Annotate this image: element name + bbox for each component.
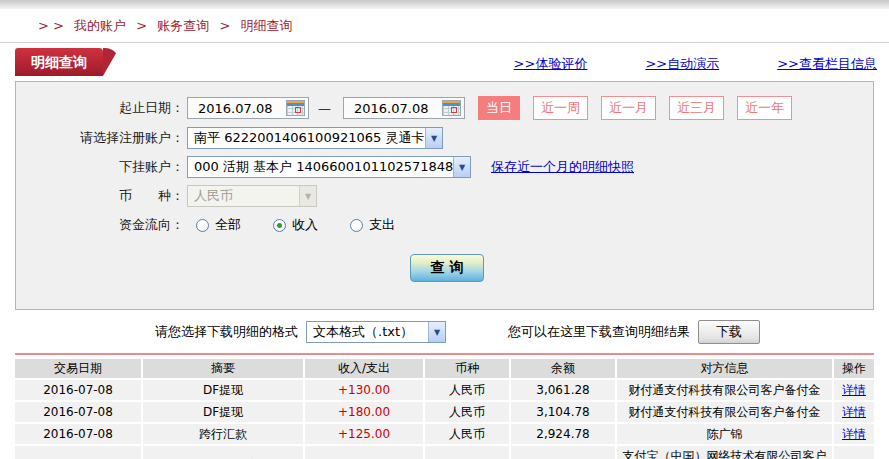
- table-top-divider: [15, 353, 874, 355]
- sub-account-label: 下挂账户：: [16, 158, 184, 176]
- sub-account-value: 000 活期 基本户 1406600101102571848: [188, 158, 453, 176]
- cell-summary: 陈广锦支付宝: [143, 446, 303, 459]
- cell-date: 2016-07-08: [15, 424, 141, 444]
- flow-option-all-label: 全部: [215, 216, 241, 234]
- cell-counterparty: 财付通支付科技有限公司客户备付金: [617, 380, 832, 400]
- detail-link[interactable]: 详情: [842, 383, 866, 397]
- cell-amount: +180.00: [305, 402, 423, 422]
- currency-row: 币 种： 人民币 ▼: [16, 184, 873, 208]
- currency-label: 币 种：: [16, 187, 184, 205]
- cell-date: 2016-07-08: [15, 446, 141, 459]
- link-auto-demo[interactable]: >>自动演示: [645, 55, 719, 73]
- table-row: 2016-07-08 陈广锦支付宝 +1,235.00 人民币 2,799.78…: [15, 446, 874, 459]
- cell-summary: 跨行汇款: [143, 424, 303, 444]
- radio-checked-icon[interactable]: [273, 219, 286, 232]
- cell-counterparty: 财付通支付科技有限公司客户备付金: [617, 402, 832, 422]
- flow-option-all[interactable]: 全部: [196, 216, 241, 234]
- date-to-value: 2016.07.08: [354, 101, 428, 116]
- link-experience-rating[interactable]: >>体验评价: [514, 55, 588, 73]
- cell-summary: DF提现: [143, 402, 303, 422]
- col-header-amount: 收入/支出: [305, 359, 423, 378]
- download-hint: 您可以在这里下载查询明细结果: [508, 323, 690, 341]
- dropdown-arrow-icon: ▼: [453, 157, 470, 177]
- detail-link[interactable]: 详情: [842, 427, 866, 441]
- date-from-value: 2016.07.08: [198, 101, 272, 116]
- registered-account-row: 请选择注册账户： 南平 6222001406100921065 灵通卡 ▼: [16, 126, 873, 150]
- cell-currency: 人民币: [425, 402, 509, 422]
- detail-link[interactable]: 详情: [842, 405, 866, 419]
- registered-account-select[interactable]: 南平 6222001406100921065 灵通卡 ▼: [187, 127, 443, 149]
- date-range-row: 起止日期： 2016.07.08 — 2016.07.08 当日 近一周 近一月…: [16, 95, 873, 121]
- flow-option-income[interactable]: 收入: [273, 216, 318, 234]
- currency-value: 人民币: [188, 187, 299, 205]
- calendar-icon[interactable]: [442, 100, 461, 116]
- table-header-row: 交易日期 摘要 收入/支出 币种 余额 对方信息 操作: [15, 359, 874, 378]
- col-header-currency: 币种: [425, 359, 509, 378]
- dropdown-arrow-icon: ▼: [428, 322, 445, 342]
- cell-currency: 人民币: [425, 424, 509, 444]
- radio-icon[interactable]: [350, 219, 363, 232]
- tab-row: 明细查询 >>体验评价 >>自动演示 >>查看栏目信息: [0, 48, 889, 80]
- date-from-input[interactable]: 2016.07.08: [187, 97, 309, 119]
- quick-range-today-button[interactable]: 当日: [478, 96, 520, 120]
- cell-summary: DF提现: [143, 380, 303, 400]
- cell-balance: 2,799.78: [511, 446, 615, 459]
- cell-amount: +1,235.00: [305, 446, 423, 459]
- date-range-label: 起止日期：: [16, 99, 184, 117]
- radio-icon[interactable]: [196, 219, 209, 232]
- query-form-panel: 起止日期： 2016.07.08 — 2016.07.08 当日 近一周 近一月…: [15, 81, 874, 310]
- registered-account-value: 南平 6222001406100921065 灵通卡: [188, 129, 425, 147]
- quick-range-year-button[interactable]: 近一年: [737, 96, 792, 120]
- breadcrumb-divider: [0, 42, 889, 43]
- sub-account-row: 下挂账户： 000 活期 基本户 1406600101102571848 ▼ 保…: [16, 155, 873, 179]
- flow-option-expense[interactable]: 支出: [350, 216, 395, 234]
- quick-range-quarter-button[interactable]: 近三月: [669, 96, 724, 120]
- date-range-separator: —: [318, 101, 331, 116]
- quick-range-week-button[interactable]: 近一周: [533, 96, 588, 120]
- download-format-label: 请您选择下载明细的格式: [155, 323, 298, 341]
- tab-detail-query[interactable]: 明细查询: [15, 48, 103, 76]
- link-column-info[interactable]: >>查看栏目信息: [777, 55, 877, 73]
- table-row: 2016-07-08 DF提现 +180.00 人民币 3,104.78 财付通…: [15, 402, 874, 422]
- dropdown-arrow-icon: ▼: [299, 186, 316, 206]
- col-header-balance: 余额: [511, 359, 615, 378]
- cell-counterparty: 陈广锦: [617, 424, 832, 444]
- col-header-date: 交易日期: [15, 359, 141, 378]
- fund-flow-label: 资金流向：: [16, 216, 184, 234]
- date-to-input[interactable]: 2016.07.08: [343, 97, 465, 119]
- cell-amount: +125.00: [305, 424, 423, 444]
- breadcrumb-separator: >: [219, 18, 230, 33]
- cell-counterparty: 支付宝（中国）网络技术有限公司客户备付金: [617, 446, 832, 459]
- header-links: >>体验评价 >>自动演示 >>查看栏目信息: [514, 55, 877, 73]
- sub-account-select[interactable]: 000 活期 基本户 1406600101102571848 ▼: [187, 156, 471, 178]
- breadcrumb: > > 我的账户 > 账务查询 > 明细查询: [0, 9, 889, 42]
- calendar-icon[interactable]: [286, 100, 305, 116]
- breadcrumb-item-account-query[interactable]: 账务查询: [157, 18, 209, 33]
- cell-currency: 人民币: [425, 380, 509, 400]
- registered-account-label: 请选择注册账户：: [16, 129, 184, 147]
- col-header-summary: 摘要: [143, 359, 303, 378]
- cell-balance: 2,924.78: [511, 424, 615, 444]
- download-format-value: 文本格式（.txt）: [307, 323, 428, 341]
- save-snapshot-link[interactable]: 保存近一个月的明细快照: [491, 158, 634, 176]
- col-header-counterparty: 对方信息: [617, 359, 832, 378]
- transaction-table: 交易日期 摘要 收入/支出 币种 余额 对方信息 操作 2016-07-08 D…: [13, 357, 876, 459]
- table-row: 2016-07-08 DF提现 +130.00 人民币 3,061.28 财付通…: [15, 380, 874, 400]
- cell-amount: +130.00: [305, 380, 423, 400]
- breadcrumb-item-my-account[interactable]: 我的账户: [74, 18, 126, 33]
- flow-option-expense-label: 支出: [369, 216, 395, 234]
- cell-balance: 3,104.78: [511, 402, 615, 422]
- cell-date: 2016-07-08: [15, 380, 141, 400]
- breadcrumb-item-detail-query[interactable]: 明细查询: [240, 18, 292, 33]
- breadcrumb-separator: >: [136, 18, 147, 33]
- download-button[interactable]: 下载: [698, 320, 760, 344]
- cell-currency: 人民币: [425, 446, 509, 459]
- col-header-action: 操作: [834, 359, 874, 378]
- flow-option-income-label: 收入: [292, 216, 318, 234]
- quick-range-month-button[interactable]: 近一月: [601, 96, 656, 120]
- query-button[interactable]: 查 询: [410, 254, 484, 282]
- currency-select: 人民币 ▼: [187, 185, 317, 207]
- window-top-bar: [0, 0, 889, 9]
- fund-flow-row: 资金流向： 全部 收入 支出: [16, 213, 873, 237]
- download-format-select[interactable]: 文本格式（.txt） ▼: [306, 321, 446, 343]
